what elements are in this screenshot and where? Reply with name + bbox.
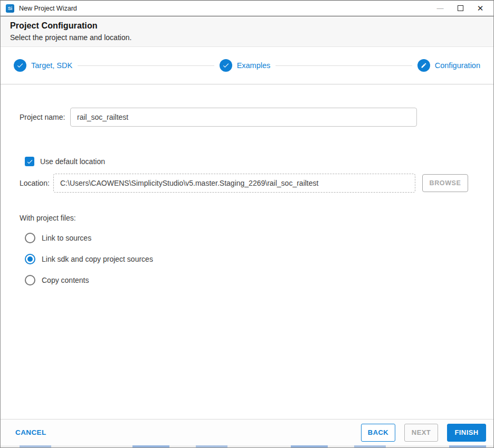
next-button: NEXT: [404, 424, 438, 442]
wizard-stepper: Target, SDK Examples Configuration: [1, 47, 493, 84]
use-default-location-row[interactable]: Use default location: [1, 157, 493, 166]
location-row: Location: BROWSE: [1, 174, 493, 193]
back-button[interactable]: BACK: [361, 424, 395, 442]
page-title: Project Configuration: [10, 21, 484, 31]
cancel-button[interactable]: CANCEL: [15, 428, 46, 436]
step-examples[interactable]: Examples: [220, 59, 271, 72]
step-label: Target, SDK: [31, 61, 72, 70]
step-label: Examples: [237, 61, 271, 70]
with-project-files-row: With project files:: [1, 214, 493, 222]
radio-label: Copy contents: [42, 276, 89, 284]
maximize-button[interactable]: [450, 1, 470, 16]
window-title: New Project Wizard: [19, 5, 430, 12]
window-controls: — ✕: [430, 1, 490, 16]
radio-label: Link to sources: [42, 234, 91, 242]
project-name-row: Project name:: [1, 108, 493, 127]
check-icon: [220, 59, 232, 72]
check-icon: [14, 59, 26, 72]
location-input: [53, 174, 415, 193]
stepper-connector: [276, 65, 412, 66]
radio-link-sdk-copy-sources[interactable]: Link sdk and copy project sources: [1, 254, 493, 264]
checkbox-checked-icon[interactable]: [25, 157, 34, 166]
project-name-label: Project name:: [20, 113, 70, 121]
with-project-files-label: With project files:: [20, 214, 76, 222]
radio-label: Link sdk and copy project sources: [42, 255, 153, 263]
step-configuration[interactable]: Configuration: [417, 59, 480, 72]
page-subtitle: Select the project name and location.: [10, 33, 484, 42]
browse-button: BROWSE: [422, 174, 468, 192]
simplicity-studio-logo-icon: Si: [6, 4, 14, 13]
radio-unselected-icon[interactable]: [25, 233, 35, 243]
step-label: Configuration: [435, 61, 480, 70]
wizard-footer: CANCEL BACK NEXT FINISH: [1, 419, 493, 445]
radio-copy-contents[interactable]: Copy contents: [1, 275, 493, 285]
new-project-wizard-dialog: Si New Project Wizard — ✕ Project Config…: [0, 0, 494, 448]
title-bar: Si New Project Wizard — ✕: [1, 1, 493, 16]
close-button[interactable]: ✕: [470, 1, 490, 16]
use-default-location-label: Use default location: [40, 157, 105, 166]
wizard-header: Project Configuration Select the project…: [1, 16, 493, 47]
stepper-connector: [78, 65, 214, 66]
radio-link-to-sources[interactable]: Link to sources: [1, 233, 493, 243]
maximize-icon: [458, 5, 463, 11]
location-label: Location:: [20, 179, 53, 187]
radio-selected-icon[interactable]: [25, 254, 35, 264]
minimize-button[interactable]: —: [430, 1, 450, 16]
pencil-icon: [417, 59, 430, 72]
background-window-edge: [1, 445, 493, 447]
wizard-content: Project name: Use default location Locat…: [1, 84, 493, 419]
project-name-input[interactable]: [70, 108, 417, 127]
step-target-sdk[interactable]: Target, SDK: [14, 59, 72, 72]
finish-button[interactable]: FINISH: [447, 424, 486, 442]
radio-unselected-icon[interactable]: [25, 275, 35, 285]
